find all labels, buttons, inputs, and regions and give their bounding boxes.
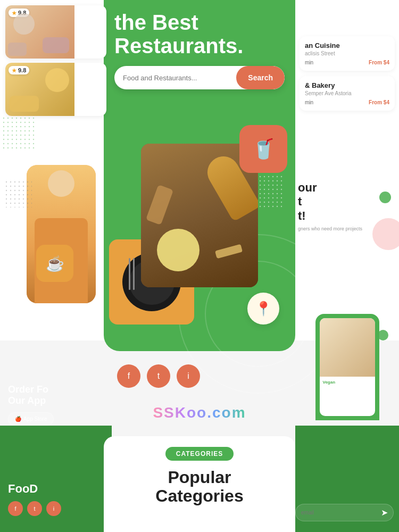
svg-rect-1 xyxy=(3,117,35,149)
food-stick xyxy=(146,185,173,225)
food-deco-4 xyxy=(45,68,69,92)
restaurant-meta-2: min From $4 xyxy=(305,99,389,105)
location-pin: 📍 xyxy=(247,293,279,325)
fork-icon xyxy=(129,258,130,290)
twitter-icon: t xyxy=(157,371,160,381)
hero-title: the Best Restaurants. xyxy=(114,11,285,57)
popular-categories-title: Popular Categories xyxy=(155,468,243,505)
footer-instagram-btn[interactable]: i xyxy=(46,501,61,516)
watermark-text: SSKoo.com xyxy=(153,404,246,421)
categories-badge: CATEGORIES xyxy=(165,447,234,461)
facebook-button[interactable]: f xyxy=(117,364,140,388)
center-column: the Best Restaurants. Search xyxy=(104,0,295,89)
food-deco-5 xyxy=(10,96,39,112)
restaurant-addr-2: Semper Ave Astoria xyxy=(305,90,389,96)
restaurant-card-1: an Cuisine aclisis Street min From $4 xyxy=(300,36,395,71)
right-small-text: gners who need more projects xyxy=(298,226,394,231)
rating-card-2: ★ 9.8 xyxy=(5,63,106,116)
app-title: Order Fo Our App xyxy=(8,384,104,407)
restaurant-name-2: & Bakery xyxy=(305,81,389,89)
dots-pattern-top xyxy=(3,117,35,151)
footer-social-icons: f t i xyxy=(8,501,61,516)
instagram-button[interactable]: i xyxy=(177,364,200,388)
social-icons-bar: f t i xyxy=(117,364,200,388)
app-preview-text-area: Vegan xyxy=(320,377,375,388)
restaurant-time-2: min xyxy=(305,99,313,105)
app-store-label: App Store xyxy=(23,416,47,422)
cup-icon-box: ☕ xyxy=(36,245,73,282)
hero-text: the Best Restaurants. xyxy=(104,0,295,57)
star-badge-2: ★ 9.8 xyxy=(9,66,29,74)
app-preview-inner: Vegan xyxy=(320,318,375,416)
right-text-section: our t t! gners who need more projects xyxy=(298,181,394,231)
knife-icon xyxy=(133,258,135,290)
restaurant-meta-1: min From $4 xyxy=(305,60,389,65)
coffee-cup-icon: 🥤 xyxy=(252,138,276,160)
footer-left: FooD f t i xyxy=(8,482,61,516)
star-icon-2: ★ xyxy=(12,68,16,73)
rating-card-1: ★ 9.8 xyxy=(5,5,106,59)
footer-right: ➤ xyxy=(295,504,394,521)
food-deco-2 xyxy=(13,13,35,35)
food-slice xyxy=(215,244,243,259)
cheese-shape xyxy=(157,229,200,271)
footer-facebook-btn[interactable]: f xyxy=(8,501,23,516)
footer-logo: FooD xyxy=(8,482,61,496)
app-preview-food-image xyxy=(320,318,375,377)
instagram-icon: i xyxy=(187,371,189,381)
cup-icon: ☕ xyxy=(46,255,64,272)
app-preview-label: Vegan xyxy=(323,380,372,385)
search-input[interactable] xyxy=(114,66,236,89)
search-button[interactable]: Search xyxy=(236,66,285,89)
app-download-section: Order Fo Our App 🍎 App Store xyxy=(0,376,112,434)
food-image-2: ★ 9.8 xyxy=(5,63,74,116)
app-preview-card: Vegan xyxy=(315,314,379,420)
search-bar: Search xyxy=(114,66,285,89)
twitter-button[interactable]: t xyxy=(147,364,170,388)
pin-icon: 📍 xyxy=(255,301,272,317)
email-send-button[interactable]: ➤ xyxy=(381,508,388,518)
restaurant-addr-1: aclisis Street xyxy=(305,51,389,56)
food-collage: 🥤 📍 xyxy=(104,122,295,351)
food-image-1: ★ 9.8 xyxy=(5,5,74,59)
left-column: ★ 9.8 ★ 9.8 xyxy=(0,0,112,340)
restaurant-price-2: From $4 xyxy=(369,99,389,105)
restaurant-card-2: & Bakery Semper Ave Astoria min From $4 xyxy=(300,76,395,111)
food-deco-3 xyxy=(8,43,27,56)
restaurant-price-1: From $4 xyxy=(369,60,389,65)
apple-icon: 🍎 xyxy=(15,416,21,422)
right-column: an Cuisine aclisis Street min From $4 & … xyxy=(295,32,399,120)
star-icon: ★ xyxy=(12,10,16,16)
food-deco xyxy=(43,37,69,53)
email-subscribe-row: ➤ xyxy=(295,504,394,521)
watermark: SSKoo.com xyxy=(104,404,295,421)
categories-section: CATEGORIES Popular Categories xyxy=(104,436,295,532)
coffee-card: 🥤 xyxy=(239,125,287,173)
bg-bottom-left-green xyxy=(0,426,112,532)
rating-score-2: 9.8 xyxy=(18,67,26,73)
restaurant-name-1: an Cuisine xyxy=(305,41,389,49)
email-input[interactable] xyxy=(301,510,381,516)
right-big-text: our t t! xyxy=(298,181,394,223)
footer-twitter-btn[interactable]: t xyxy=(27,501,42,516)
app-preview: Vegan xyxy=(295,314,399,452)
facebook-icon: f xyxy=(128,371,130,381)
app-store-button[interactable]: 🍎 App Store xyxy=(8,412,54,426)
restaurant-time-1: min xyxy=(305,60,313,65)
